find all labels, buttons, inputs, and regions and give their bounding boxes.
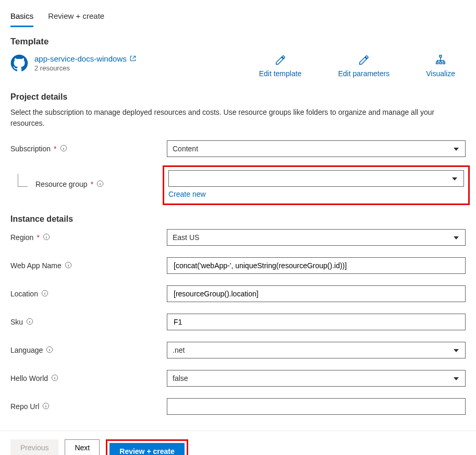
sku-field[interactable] — [173, 317, 460, 327]
template-name: app-service-docs-windows — [34, 54, 127, 63]
visualize-label: Visualize — [426, 69, 455, 78]
required-asterisk: * — [36, 233, 39, 242]
create-new-link[interactable]: Create new — [168, 190, 206, 198]
info-icon[interactable] — [65, 261, 72, 270]
region-value: East US — [173, 233, 199, 242]
hierarchy-icon — [435, 54, 446, 67]
svg-rect-0 — [440, 55, 442, 57]
review-create-highlight: Review + create — [106, 439, 188, 455]
tab-basics[interactable]: Basics — [10, 9, 33, 27]
svg-rect-2 — [440, 62, 442, 64]
edit-template-button[interactable]: Edit template — [259, 54, 302, 78]
edit-parameters-button[interactable]: Edit parameters — [338, 54, 389, 78]
info-icon[interactable] — [60, 145, 67, 153]
instance-details-heading: Instance details — [10, 214, 466, 224]
webapp-name-label: Web App Name — [10, 261, 167, 270]
review-create-button[interactable]: Review + create — [109, 443, 184, 455]
hello-world-label: Hello World — [10, 374, 167, 383]
region-select[interactable]: East US — [167, 229, 466, 246]
tabs: Basics Review + create — [10, 9, 466, 27]
next-button[interactable]: Next — [65, 439, 100, 455]
github-icon — [10, 54, 28, 72]
webapp-label-text: Web App Name — [10, 261, 62, 270]
edit-template-label: Edit template — [259, 69, 302, 78]
template-link[interactable]: app-service-docs-windows — [34, 54, 136, 63]
region-label: Region * — [10, 233, 167, 242]
sku-label: Sku — [10, 318, 167, 327]
footer: Previous Next Review + create — [0, 430, 476, 455]
location-input[interactable] — [167, 285, 466, 302]
webapp-name-input[interactable] — [167, 257, 466, 274]
previous-button: Previous — [10, 439, 58, 455]
template-actions: Edit template Edit parameters Visualize — [259, 54, 466, 78]
language-value: .net — [173, 346, 185, 354]
project-details-description: Select the subscription to manage deploy… — [10, 107, 438, 129]
svg-rect-3 — [443, 62, 445, 64]
info-icon[interactable] — [26, 318, 33, 327]
info-icon[interactable] — [43, 233, 50, 242]
info-icon[interactable] — [42, 402, 50, 411]
resource-group-label-text: Resource group — [35, 180, 88, 188]
subscription-value: Content — [173, 145, 198, 153]
hello-world-select[interactable]: false — [167, 370, 466, 387]
edit-parameters-label: Edit parameters — [338, 69, 389, 78]
project-details-heading: Project details — [10, 92, 466, 102]
info-icon[interactable] — [51, 374, 58, 383]
tab-review-create[interactable]: Review + create — [48, 9, 104, 27]
resource-group-select[interactable] — [168, 170, 464, 187]
required-asterisk: * — [54, 145, 56, 153]
sku-label-text: Sku — [10, 318, 23, 326]
repo-url-field[interactable] — [173, 402, 460, 411]
pencil-icon — [275, 54, 286, 67]
subscription-label-text: Subscription — [10, 145, 51, 153]
info-icon[interactable] — [41, 290, 48, 298]
webapp-name-field[interactable] — [173, 261, 460, 270]
info-icon[interactable] — [46, 346, 53, 355]
language-label-text: Language — [10, 346, 43, 354]
sku-input[interactable] — [167, 314, 466, 330]
repo-url-label: Repo Url — [10, 402, 167, 411]
repo-label-text: Repo Url — [10, 402, 39, 411]
repo-url-input[interactable] — [167, 398, 466, 415]
language-select[interactable]: .net — [167, 342, 466, 358]
location-label: Location — [10, 290, 167, 298]
external-link-icon — [130, 54, 136, 63]
hello-label-text: Hello World — [10, 374, 48, 382]
pencil-icon — [358, 54, 370, 67]
required-asterisk: * — [91, 180, 93, 188]
template-heading: Template — [10, 37, 466, 47]
location-field[interactable] — [173, 289, 460, 298]
visualize-button[interactable]: Visualize — [426, 54, 455, 78]
resource-group-highlight: Create new — [163, 165, 470, 205]
location-label-text: Location — [10, 290, 38, 298]
resource-group-label: Resource group * — [35, 180, 167, 189]
info-icon[interactable] — [96, 180, 104, 189]
subscription-select[interactable]: Content — [167, 140, 466, 157]
language-label: Language — [10, 346, 167, 355]
hello-world-value: false — [173, 374, 188, 382]
template-resource-count: 2 resources — [34, 64, 136, 72]
region-label-text: Region — [10, 233, 33, 242]
subscription-label: Subscription * — [10, 145, 167, 153]
svg-rect-1 — [436, 62, 438, 64]
template-row: app-service-docs-windows 2 resources Edi… — [10, 54, 466, 78]
